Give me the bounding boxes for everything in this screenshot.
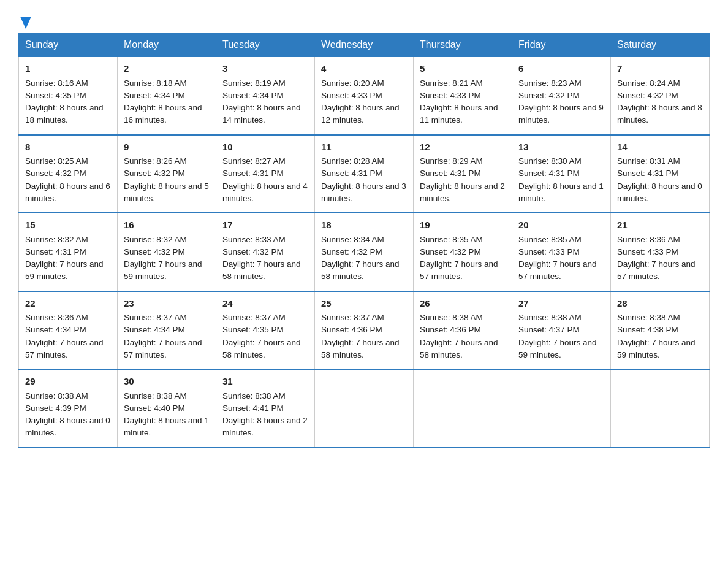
day-header-monday: Monday — [118, 33, 216, 57]
calendar-cell: 27Sunrise: 8:38 AMSunset: 4:37 PMDayligh… — [512, 291, 611, 370]
sunrise-text: Sunrise: 8:35 AM — [518, 235, 582, 244]
sunrise-text: Sunrise: 8:26 AM — [124, 156, 187, 166]
calendar-cell — [611, 369, 710, 448]
daylight-text: Daylight: 8 hours and 0 minutes. — [617, 182, 702, 203]
day-header-tuesday: Tuesday — [216, 33, 315, 57]
calendar-week-row: 29Sunrise: 8:38 AMSunset: 4:39 PMDayligh… — [19, 369, 710, 448]
calendar-cell: 2Sunrise: 8:18 AMSunset: 4:34 PMDaylight… — [118, 57, 216, 135]
day-number: 30 — [124, 375, 210, 389]
day-number: 17 — [222, 218, 308, 232]
day-number: 14 — [617, 140, 703, 155]
sunrise-text: Sunrise: 8:30 AM — [518, 156, 582, 166]
day-header-saturday: Saturday — [611, 33, 710, 57]
day-number: 7 — [617, 62, 703, 76]
calendar-cell — [315, 369, 414, 448]
daylight-text: Daylight: 7 hours and 57 minutes. — [25, 338, 104, 359]
calendar-cell: 12Sunrise: 8:29 AMSunset: 4:31 PMDayligh… — [414, 135, 512, 213]
sunset-text: Sunset: 4:31 PM — [617, 169, 678, 178]
sunrise-text: Sunrise: 8:36 AM — [25, 313, 88, 322]
sunrise-text: Sunrise: 8:35 AM — [420, 235, 483, 244]
sunrise-text: Sunrise: 8:16 AM — [25, 79, 88, 88]
sunrise-text: Sunrise: 8:32 AM — [25, 235, 88, 244]
svg-marker-0 — [20, 17, 31, 29]
calendar-cell: 8Sunrise: 8:25 AMSunset: 4:32 PMDaylight… — [19, 135, 118, 213]
sunset-text: Sunset: 4:35 PM — [25, 91, 86, 100]
day-number: 22 — [25, 297, 111, 311]
logo-triangle-icon — [20, 17, 31, 29]
sunrise-text: Sunrise: 8:18 AM — [124, 79, 187, 88]
sunrise-text: Sunrise: 8:38 AM — [617, 313, 680, 322]
calendar-cell: 6Sunrise: 8:23 AMSunset: 4:32 PMDaylight… — [512, 57, 611, 135]
calendar-cell: 16Sunrise: 8:32 AMSunset: 4:32 PMDayligh… — [118, 213, 216, 291]
day-header-wednesday: Wednesday — [315, 33, 414, 57]
calendar-cell: 19Sunrise: 8:35 AMSunset: 4:32 PMDayligh… — [414, 213, 512, 291]
day-header-thursday: Thursday — [414, 33, 512, 57]
sunrise-text: Sunrise: 8:28 AM — [321, 156, 384, 166]
sunset-text: Sunset: 4:41 PM — [222, 404, 284, 413]
daylight-text: Daylight: 8 hours and 2 minutes. — [222, 416, 308, 437]
calendar-cell: 18Sunrise: 8:34 AMSunset: 4:32 PMDayligh… — [315, 213, 414, 291]
daylight-text: Daylight: 7 hours and 59 minutes. — [617, 338, 696, 359]
sunset-text: Sunset: 4:32 PM — [617, 91, 678, 100]
sunset-text: Sunset: 4:33 PM — [420, 91, 481, 100]
daylight-text: Daylight: 7 hours and 59 minutes. — [25, 259, 104, 281]
sunset-text: Sunset: 4:34 PM — [124, 325, 185, 334]
day-number: 5 — [420, 62, 506, 76]
day-number: 28 — [617, 297, 703, 311]
daylight-text: Daylight: 8 hours and 18 minutes. — [25, 103, 104, 124]
calendar-cell: 24Sunrise: 8:37 AMSunset: 4:35 PMDayligh… — [216, 291, 315, 370]
day-number: 2 — [124, 62, 210, 76]
sunrise-text: Sunrise: 8:19 AM — [222, 79, 286, 88]
sunset-text: Sunset: 4:36 PM — [420, 325, 481, 334]
calendar-cell: 7Sunrise: 8:24 AMSunset: 4:32 PMDaylight… — [611, 57, 710, 135]
day-number: 31 — [222, 375, 308, 389]
calendar-cell: 21Sunrise: 8:36 AMSunset: 4:33 PMDayligh… — [611, 213, 710, 291]
calendar-cell: 14Sunrise: 8:31 AMSunset: 4:31 PMDayligh… — [611, 135, 710, 213]
calendar-cell: 22Sunrise: 8:36 AMSunset: 4:34 PMDayligh… — [19, 291, 118, 370]
day-number: 10 — [222, 140, 308, 155]
daylight-text: Daylight: 8 hours and 9 minutes. — [518, 103, 604, 124]
sunset-text: Sunset: 4:32 PM — [124, 169, 185, 178]
calendar-week-row: 22Sunrise: 8:36 AMSunset: 4:34 PMDayligh… — [19, 291, 710, 370]
sunset-text: Sunset: 4:32 PM — [321, 247, 382, 256]
calendar-cell: 13Sunrise: 8:30 AMSunset: 4:31 PMDayligh… — [512, 135, 611, 213]
day-header-sunday: Sunday — [19, 33, 118, 57]
calendar-cell: 1Sunrise: 8:16 AMSunset: 4:35 PMDaylight… — [19, 57, 118, 135]
sunrise-text: Sunrise: 8:38 AM — [518, 313, 582, 322]
daylight-text: Daylight: 8 hours and 6 minutes. — [25, 182, 110, 203]
daylight-text: Daylight: 7 hours and 59 minutes. — [518, 338, 597, 359]
sunrise-text: Sunrise: 8:37 AM — [321, 313, 384, 322]
logo — [18, 12, 31, 26]
calendar-table: SundayMondayTuesdayWednesdayThursdayFrid… — [18, 33, 710, 448]
sunrise-text: Sunrise: 8:36 AM — [617, 235, 680, 244]
sunrise-text: Sunrise: 8:27 AM — [222, 156, 286, 166]
calendar-header-row: SundayMondayTuesdayWednesdayThursdayFrid… — [19, 33, 710, 57]
daylight-text: Daylight: 8 hours and 1 minute. — [124, 416, 209, 437]
calendar-cell: 26Sunrise: 8:38 AMSunset: 4:36 PMDayligh… — [414, 291, 512, 370]
day-number: 3 — [222, 62, 308, 76]
calendar-cell: 9Sunrise: 8:26 AMSunset: 4:32 PMDaylight… — [118, 135, 216, 213]
sunrise-text: Sunrise: 8:25 AM — [25, 156, 88, 166]
day-number: 15 — [25, 218, 111, 232]
sunrise-text: Sunrise: 8:23 AM — [518, 79, 582, 88]
calendar-cell: 30Sunrise: 8:38 AMSunset: 4:40 PMDayligh… — [118, 369, 216, 448]
sunrise-text: Sunrise: 8:24 AM — [617, 79, 680, 88]
daylight-text: Daylight: 8 hours and 16 minutes. — [124, 103, 202, 124]
calendar-cell: 11Sunrise: 8:28 AMSunset: 4:31 PMDayligh… — [315, 135, 414, 213]
day-number: 16 — [124, 218, 210, 232]
day-number: 8 — [25, 140, 111, 155]
sunset-text: Sunset: 4:39 PM — [25, 404, 86, 413]
daylight-text: Daylight: 8 hours and 3 minutes. — [321, 182, 406, 203]
daylight-text: Daylight: 7 hours and 57 minutes. — [420, 259, 498, 281]
calendar-cell — [414, 369, 512, 448]
calendar-cell: 3Sunrise: 8:19 AMSunset: 4:34 PMDaylight… — [216, 57, 315, 135]
day-number: 25 — [321, 297, 407, 311]
sunset-text: Sunset: 4:31 PM — [518, 169, 580, 178]
daylight-text: Daylight: 7 hours and 58 minutes. — [222, 259, 301, 281]
sunrise-text: Sunrise: 8:29 AM — [420, 156, 483, 166]
sunrise-text: Sunrise: 8:38 AM — [124, 391, 187, 400]
day-number: 12 — [420, 140, 506, 155]
daylight-text: Daylight: 8 hours and 12 minutes. — [321, 103, 400, 124]
sunrise-text: Sunrise: 8:33 AM — [222, 235, 286, 244]
day-number: 26 — [420, 297, 506, 311]
